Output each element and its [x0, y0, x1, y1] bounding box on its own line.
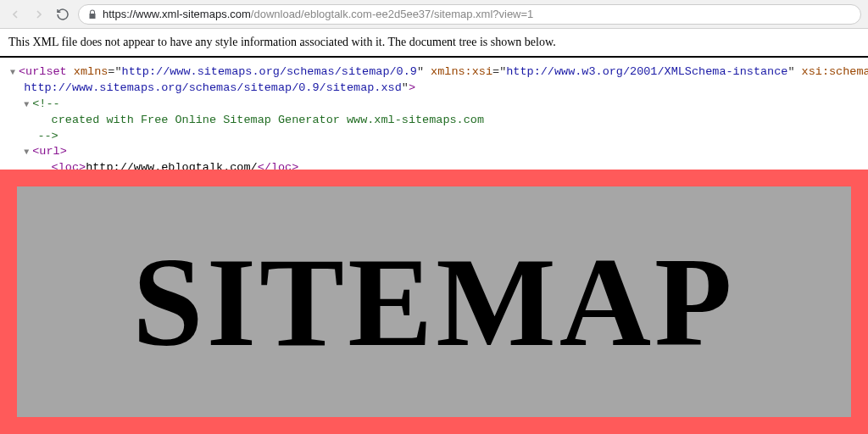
- address-bar[interactable]: https://www.xml-sitemaps.com/download/eb…: [78, 4, 861, 25]
- arrow-left-icon: [8, 8, 22, 21]
- banner-inner: SITEMAP: [17, 186, 851, 417]
- browser-toolbar: https://www.xml-sitemaps.com/download/eb…: [0, 0, 868, 29]
- lock-icon: [87, 9, 97, 19]
- expand-arrow-icon[interactable]: ▼: [24, 99, 32, 111]
- reload-icon: [56, 8, 70, 21]
- reload-button[interactable]: [54, 6, 71, 23]
- url-host: https://www.xml-sitemaps.com/download/eb…: [103, 8, 533, 20]
- xml-notice: This XML file does not appear to have an…: [0, 29, 868, 58]
- back-button[interactable]: [7, 6, 24, 23]
- expand-arrow-icon[interactable]: ▼: [10, 67, 19, 79]
- arrow-right-icon: [32, 8, 46, 21]
- forward-button[interactable]: [31, 6, 47, 23]
- expand-arrow-icon[interactable]: ▼: [24, 147, 32, 159]
- banner-title: SITEMAP: [132, 229, 735, 375]
- overlay-banner: SITEMAP: [0, 170, 868, 434]
